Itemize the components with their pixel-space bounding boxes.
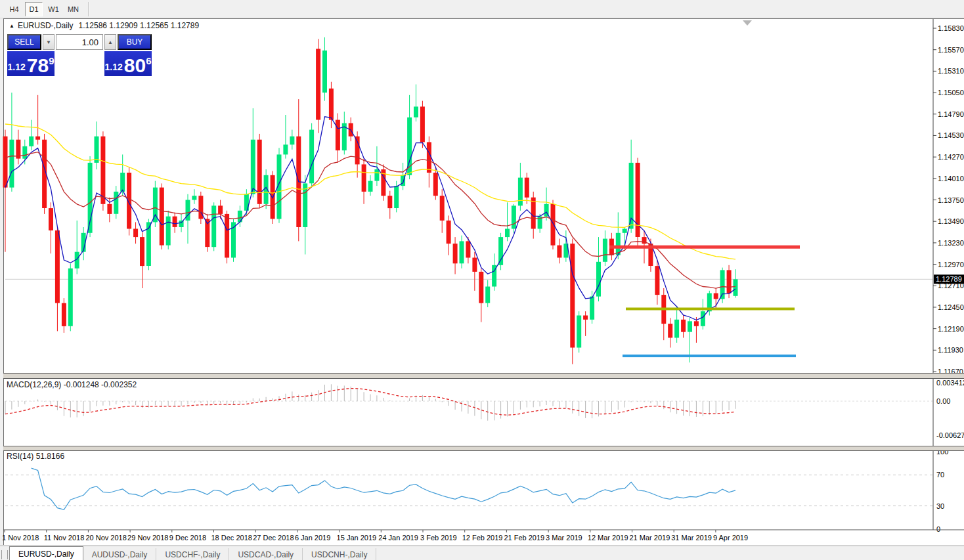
macd-indicator-name: MACD(12,26,9) — [7, 380, 61, 389]
chart-shift-marker-icon[interactable] — [743, 20, 752, 26]
timeframe-button-mn[interactable]: MN — [64, 2, 82, 16]
macd-pane-label: MACD(12,26,9) -0.001248 -0.002352 — [7, 380, 137, 389]
pane-splitter-macd[interactable] — [3, 373, 964, 379]
rsi-pane-label: RSI(14) 51.8166 — [7, 452, 64, 461]
buy-price-sup: 6 — [146, 55, 151, 66]
buy-price-big: 80 — [124, 57, 146, 74]
chart-window[interactable] — [3, 18, 964, 545]
buy-price-prefix: 1.12 — [105, 62, 123, 72]
timeframe-toolbar: H4D1W1MN — [0, 0, 964, 18]
pane-splitter-rsi[interactable] — [3, 446, 964, 451]
sell-price-panel[interactable]: 1.12 78 9 — [7, 51, 55, 76]
sell-button[interactable]: SELL — [7, 34, 41, 50]
timeframe-button-h4[interactable]: H4 — [5, 2, 23, 16]
symbol-tab-usdchf[interactable]: USDCHF-,Daily — [156, 548, 229, 560]
one-click-trading-panel: SELL ▼ ▲ BUY 1.12 78 9 1.12 80 6 — [6, 33, 153, 77]
volume-input[interactable] — [56, 34, 103, 50]
sell-price-prefix: 1.12 — [8, 62, 26, 72]
volume-decrease-button[interactable]: ▼ — [43, 34, 55, 50]
toolbar-separator — [88, 2, 89, 16]
tab-scroll-grip[interactable] — [1, 550, 8, 559]
symbol-tab-usdcad[interactable]: USDCAD-,Daily — [229, 548, 303, 560]
buy-price-panel[interactable]: 1.12 80 6 — [104, 51, 152, 76]
rsi-indicator-value: 51.8166 — [36, 452, 64, 461]
symbol-tab-eurusd[interactable]: EURUSD-,Daily — [9, 546, 83, 560]
timeframe-button-w1[interactable]: W1 — [45, 2, 62, 16]
macd-indicator-values: -0.001248 -0.002352 — [64, 380, 137, 389]
chart-title: ▲EURUSD-,Daily1.12586 1.12909 1.12565 1.… — [9, 21, 199, 30]
symbol-tab-bar: EURUSD-,DailyAUDUSD-,DailyUSDCHF-,DailyU… — [0, 546, 964, 560]
chart-ohlc-values: 1.12586 1.12909 1.12565 1.12789 — [79, 21, 200, 30]
chart-symbol-label: EURUSD-,Daily — [18, 21, 74, 30]
symbol-tab-usdcnh[interactable]: USDCNH-,Daily — [303, 548, 376, 560]
buy-button[interactable]: BUY — [118, 34, 152, 50]
volume-increase-button[interactable]: ▲ — [104, 34, 116, 50]
mt-terminal: H4D1W1MN 1.158301.155701.153101.150501.1… — [0, 0, 964, 560]
window-triangle-icon: ▲ — [9, 23, 14, 29]
sell-price-sup: 9 — [49, 55, 54, 66]
symbol-tab-audusd[interactable]: AUDUSD-,Daily — [83, 548, 157, 560]
sell-price-big: 78 — [27, 57, 49, 74]
rsi-indicator-name: RSI(14) — [7, 452, 33, 461]
timeframe-button-d1[interactable]: D1 — [25, 2, 43, 16]
